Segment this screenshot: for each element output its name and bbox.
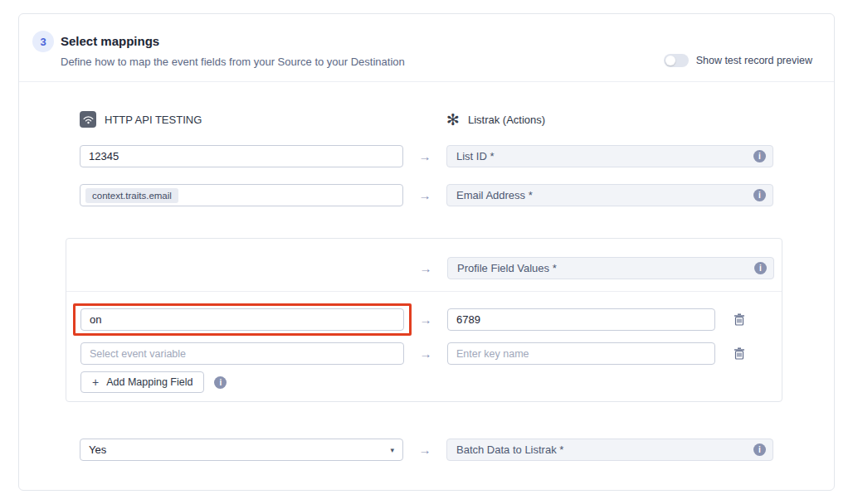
arrow-icon: → <box>420 346 432 361</box>
card-header: 3 Select mappings Define how to map the … <box>19 14 834 82</box>
source-header: HTTP API TESTING <box>80 111 403 128</box>
trash-icon <box>734 347 745 360</box>
listrak-logo-icon: ✻ <box>446 112 460 128</box>
destination-field-label: Batch Data to Listrak * <box>456 443 563 456</box>
group-divider <box>66 291 782 292</box>
source-name: HTTP API TESTING <box>105 114 202 126</box>
mappings-body: HTTP API TESTING ✻ Listrak (Actions) → L… <box>19 82 834 461</box>
profile-mapping-row: → <box>66 303 782 336</box>
event-value-input[interactable] <box>80 308 404 331</box>
info-icon[interactable]: i <box>214 376 227 389</box>
preview-toggle-group: Show test record preview <box>664 54 812 67</box>
destination-field-label: Profile Field Values * <box>457 262 557 274</box>
batch-select[interactable]: Yes ▾ <box>80 439 403 461</box>
add-mapping-field-button[interactable]: + Add Mapping Field <box>80 371 204 393</box>
page-title: Select mappings <box>61 30 405 48</box>
destination-header: ✻ Listrak (Actions) <box>446 112 773 128</box>
key-value-input[interactable] <box>447 308 715 331</box>
step-number-badge: 3 <box>32 31 54 52</box>
profile-field-values-group: → Profile Field Values * i → <box>66 238 782 402</box>
info-icon[interactable]: i <box>753 189 766 201</box>
list-id-source-input[interactable] <box>80 145 403 167</box>
arrow-icon: → <box>420 313 432 327</box>
list-id-destination-field: List ID * i <box>446 145 773 167</box>
arrow-icon: → <box>419 149 431 163</box>
page-subtitle: Define how to map the event fields from … <box>61 56 405 68</box>
email-destination-field: Email Address * i <box>446 184 773 206</box>
highlight-box <box>73 303 412 336</box>
event-variable-input[interactable] <box>80 342 404 365</box>
destination-field-label: List ID * <box>456 150 495 162</box>
email-variable-input[interactable]: context.traits.email <box>80 184 403 206</box>
add-mapping-field-label: Add Mapping Field <box>106 376 193 388</box>
delete-mapping-row-button[interactable] <box>734 347 745 360</box>
toggle-label: Show test record preview <box>696 55 812 66</box>
destination-field-label: Email Address * <box>456 189 533 201</box>
show-test-record-preview-toggle[interactable] <box>664 54 689 67</box>
info-icon[interactable]: i <box>754 262 767 274</box>
mapping-row-list-id: → List ID * i <box>66 145 782 167</box>
arrow-icon: → <box>419 443 431 457</box>
info-icon[interactable]: i <box>753 150 766 162</box>
trash-icon <box>734 313 745 326</box>
mapping-row-email: context.traits.email → Email Address * i <box>66 184 782 206</box>
profile-field-values-destination-field: Profile Field Values * i <box>447 257 774 279</box>
batch-select-value: Yes <box>89 443 106 456</box>
key-name-input[interactable] <box>447 342 715 365</box>
http-api-source-icon <box>80 111 96 128</box>
plus-icon: + <box>92 376 99 389</box>
select-mappings-card: 3 Select mappings Define how to map the … <box>18 13 835 491</box>
delete-mapping-row-button[interactable] <box>734 313 745 326</box>
header-text: Select mappings Define how to map the ev… <box>61 30 405 68</box>
destination-name: Listrak (Actions) <box>468 114 545 126</box>
profile-field-values-row: → Profile Field Values * i <box>66 257 782 279</box>
add-mapping-row: + Add Mapping Field i <box>66 371 782 393</box>
email-variable-chip[interactable]: context.traits.email <box>85 188 178 203</box>
info-icon[interactable]: i <box>753 443 766 456</box>
batch-destination-field: Batch Data to Listrak * i <box>446 439 773 461</box>
toggle-knob[interactable] <box>665 56 675 65</box>
arrow-icon: → <box>420 261 432 275</box>
mapping-row-batch: Yes ▾ → Batch Data to Listrak * i <box>66 439 782 461</box>
caret-down-icon: ▾ <box>390 446 394 454</box>
endpoints-header-row: HTTP API TESTING ✻ Listrak (Actions) <box>66 111 782 128</box>
profile-mapping-row: → <box>66 342 782 365</box>
step-number: 3 <box>40 36 46 48</box>
arrow-icon: → <box>419 188 431 202</box>
